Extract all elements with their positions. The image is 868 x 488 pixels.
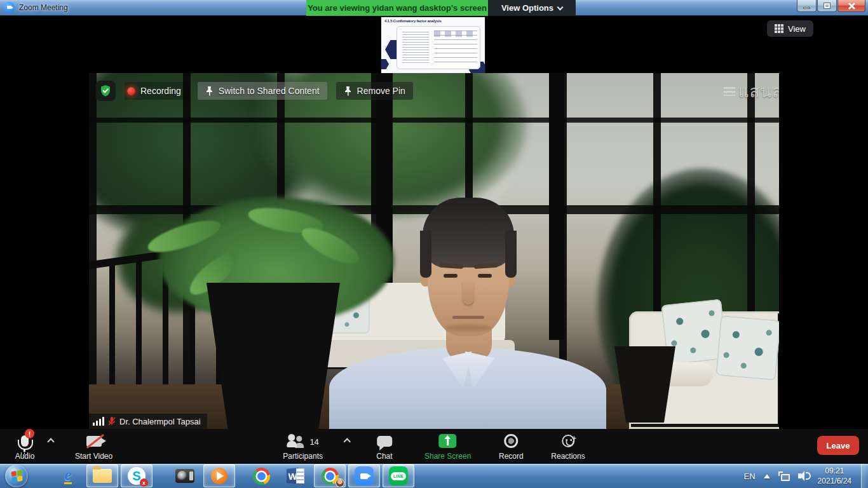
taskbar-item-line[interactable]: LINE (383, 464, 414, 487)
share-screen-label: Share Screen (424, 452, 471, 461)
participants-menu-chevron-icon[interactable] (343, 438, 350, 445)
meeting-security-button[interactable] (95, 81, 116, 101)
speaker-nose (463, 280, 474, 304)
meeting-client-area: 4.1.5 Confirmatory factor analysis View (0, 16, 868, 429)
media-player-icon (211, 468, 227, 484)
windows-flag-icon (11, 470, 22, 482)
switch-to-shared-content-button[interactable]: Switch to Shared Content (198, 82, 327, 100)
recording-indicator: Recording (125, 82, 189, 100)
chat-label: Chat (376, 452, 392, 461)
video-camera-icon (86, 436, 102, 447)
view-button-label: View (788, 24, 806, 34)
participants-button[interactable]: 14 Participants (278, 429, 328, 464)
view-layout-button[interactable]: View (767, 20, 813, 37)
speaker-eye (444, 274, 458, 278)
system-tray: EN 09:21 2021/6/24 (744, 464, 851, 488)
slide-title: 4.1.5 Confirmatory factor analysis (384, 19, 442, 23)
close-button[interactable] (837, 0, 865, 12)
leave-button[interactable]: Leave (817, 436, 859, 455)
share-screen-button[interactable]: Share Screen (419, 429, 476, 464)
view-options-button[interactable]: View Options (488, 0, 576, 16)
slide-hexagon-decoration (381, 59, 389, 69)
word-icon: W (287, 468, 304, 484)
profile-avatar-badge (336, 478, 344, 487)
hidden-icons-chevron[interactable] (764, 474, 770, 478)
tray-clock[interactable]: 09:21 2021/6/24 (818, 466, 851, 486)
camera-app-icon (175, 469, 194, 483)
viewing-screen-banner: You are viewing yidan wang dasktop's scr… (306, 0, 488, 16)
folder-icon (93, 469, 112, 483)
restore-icon (824, 3, 830, 8)
tray-time: 09:21 (825, 466, 844, 476)
windows-taskbar: e Sx W (0, 464, 868, 488)
grid-view-icon (775, 24, 783, 33)
pin-icon (205, 86, 214, 96)
slide-content-card (397, 26, 480, 69)
video-watermark: แสนล (724, 78, 779, 104)
taskbar-item-internet-explorer[interactable]: e (52, 464, 84, 487)
show-desktop-button[interactable] (861, 464, 868, 488)
zoom-app-icon (4, 2, 15, 13)
taskbar-item-word[interactable]: W (280, 464, 311, 487)
window-titlebar: Zoom Meeting You are viewing yidan wang … (0, 0, 868, 16)
reactions-label: Reactions (551, 452, 585, 461)
minimize-icon (803, 7, 810, 9)
taskbar-item-media-player[interactable] (203, 464, 235, 487)
start-button[interactable] (5, 464, 28, 487)
remove-pin-button[interactable]: Remove Pin (336, 82, 413, 100)
audio-button[interactable]: ! Audio (6, 429, 43, 464)
language-indicator[interactable]: EN (744, 471, 756, 481)
taskbar-item-zoom[interactable] (348, 464, 380, 487)
skype-icon: Sx (128, 467, 146, 485)
tray-date: 2021/6/24 (818, 476, 851, 486)
record-button[interactable]: Record (492, 429, 529, 464)
shared-content-thumbnail[interactable]: 4.1.5 Confirmatory factor analysis (381, 17, 485, 73)
plus-icon: + (572, 434, 576, 443)
participant-name-tag: Dr. Chalermpol Tapsai (89, 414, 207, 429)
audio-menu-chevron-icon[interactable] (47, 438, 54, 445)
taskbar-item-chrome-profile[interactable] (314, 464, 346, 487)
taskbar-item-camera-app[interactable] (169, 464, 201, 487)
video-overlay-controls: Recording Switch to Shared Content Remov… (95, 81, 413, 101)
record-label: Record (499, 452, 524, 461)
taskbar-item-file-explorer[interactable] (86, 464, 118, 487)
taskbar-item-skype[interactable]: Sx (121, 464, 153, 487)
chat-bubble-icon (377, 436, 392, 447)
volume-icon[interactable] (798, 471, 810, 481)
zoom-meeting-window: Zoom Meeting You are viewing yidan wang … (0, 0, 868, 488)
skype-offline-badge: x (140, 478, 148, 487)
internet-explorer-icon: e (64, 468, 72, 484)
switch-shared-content-label: Switch to Shared Content (219, 86, 320, 96)
window-post (549, 73, 564, 340)
shield-check-icon (99, 85, 112, 97)
taskbar-item-chrome[interactable] (245, 464, 277, 487)
restore-button[interactable] (817, 0, 837, 12)
participants-label: Participants (283, 452, 323, 461)
speaker-eye (478, 274, 492, 278)
chin-shadow (445, 325, 492, 331)
window-controls (796, 0, 865, 12)
audio-alert-badge: ! (25, 429, 34, 438)
pin-icon (344, 86, 352, 96)
network-icon[interactable] (778, 471, 790, 481)
participant-name: Dr. Chalermpol Tapsai (119, 417, 201, 426)
share-screen-icon (439, 434, 457, 448)
speaker-mouth (452, 316, 484, 319)
start-video-label: Start Video (75, 452, 112, 461)
audio-label: Audio (15, 452, 35, 461)
start-video-button[interactable]: Start Video (70, 429, 118, 464)
window-title: Zoom Meeting (19, 3, 68, 12)
pinned-speaker-video: แสนล Recording (89, 73, 779, 429)
close-icon (848, 2, 855, 10)
signal-strength-icon (93, 417, 104, 426)
line-icon: LINE (389, 466, 408, 485)
chat-button[interactable]: Chat (366, 429, 403, 464)
mic-muted-icon (108, 416, 116, 426)
toolbar-center-group: 14 Participants Chat Share Screen Record (278, 429, 590, 464)
view-options-label: View Options (501, 3, 553, 13)
participants-count: 14 (309, 437, 318, 447)
chevron-down-icon (557, 4, 564, 10)
app-title-group: Zoom Meeting (4, 2, 68, 13)
reactions-button[interactable]: + Reactions (546, 429, 590, 464)
minimize-button[interactable] (797, 0, 817, 12)
